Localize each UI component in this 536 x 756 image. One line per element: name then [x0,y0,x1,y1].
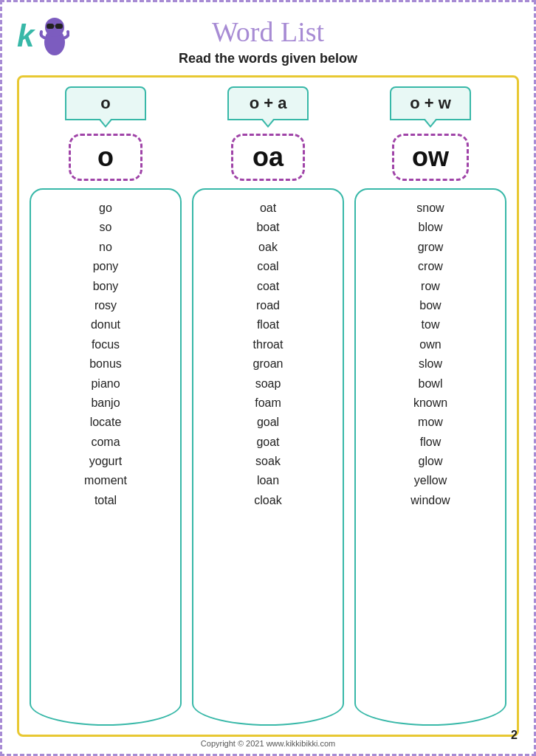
header: k Word List [17,16,519,48]
column-col-o: oogosonoponybonyrosydonutfocusbonuspiano… [30,86,182,726]
list-item: bow [419,296,441,315]
list-item: locate [90,413,122,432]
list-item: total [95,491,117,510]
list-item: road [256,296,280,315]
list-item: rosy [95,296,117,315]
logo-k: k [17,21,34,52]
footer: Copyright © 2021 www.kikkibikki.com 2 [2,739,534,748]
list-item: soak [255,452,281,471]
list-item: grow [418,238,444,257]
list-item: known [413,394,447,413]
content-frame: oogosonoponybonyrosydonutfocusbonuspiano… [17,75,519,737]
column-col-ow: o + wowsnowblowgrowcrowrowbowtowownslowb… [354,86,506,726]
list-item: soap [255,374,281,394]
list-item: loan [257,471,279,490]
list-item: pony [93,257,119,276]
list-item: goat [256,433,279,452]
list-item: coma [91,433,120,452]
list-item: yogurt [89,452,122,471]
list-item: donut [91,315,120,334]
list-item: crow [418,257,443,276]
list-item: window [410,491,450,510]
word-list-col-ow: snowblowgrowcrowrowbowtowownslowbowlknow… [354,188,506,726]
list-item: cloak [254,491,281,510]
list-item: yellow [414,471,447,490]
col-header-col-ow: o + w [390,86,471,120]
list-item: piano [91,374,120,394]
phonics-box-col-oa: oa [231,134,305,181]
logo: k [17,16,69,57]
list-item: coat [257,277,279,296]
list-item: row [421,277,440,296]
list-item: mow [418,413,443,432]
list-item: snow [416,199,444,218]
list-item: bonus [89,354,122,374]
page: k Word List Read the words given below o… [0,0,536,756]
logo-mascot [34,16,69,57]
list-item: groan [253,354,284,374]
list-item: coal [257,257,278,276]
col-header-col-o: o [65,86,146,120]
list-item: goal [257,413,279,432]
list-item: tow [422,315,440,334]
list-item: banjo [91,394,120,413]
list-item: no [99,238,112,257]
page-number: 2 [511,729,518,742]
list-item: focus [92,335,120,354]
list-item: blow [419,218,443,237]
list-item: slow [419,354,442,374]
list-item: moment [84,471,127,490]
svg-rect-2 [47,24,54,29]
phonics-box-col-o: o [69,134,142,181]
list-item: go [99,199,112,218]
word-list-col-oa: oatboatoakcoalcoatroadfloatthroatgroanso… [192,188,344,726]
page-title: Word List [212,16,324,48]
list-item: bony [93,277,119,296]
copyright-text: Copyright © 2021 www.kikkibikki.com [201,739,335,748]
list-item: float [257,315,279,334]
list-item: bowl [419,374,443,394]
list-item: oat [260,199,276,218]
list-item: own [419,335,441,354]
list-item: throat [253,335,284,354]
columns-container: oogosonoponybonyrosydonutfocusbonuspiano… [30,86,506,726]
list-item: foam [255,394,281,413]
column-col-oa: o + aoaoatboatoakcoalcoatroadfloatthroat… [192,86,344,726]
word-list-col-o: gosonoponybonyrosydonutfocusbonuspianoba… [30,188,182,726]
col-header-col-oa: o + a [227,86,309,120]
list-item: oak [258,238,278,257]
list-item: boat [256,218,279,237]
list-item: flow [420,433,441,452]
list-item: so [100,218,112,237]
svg-rect-3 [55,24,63,29]
subtitle: Read the words given below [17,51,519,66]
phonics-box-col-ow: ow [392,134,469,181]
list-item: glow [419,452,443,471]
